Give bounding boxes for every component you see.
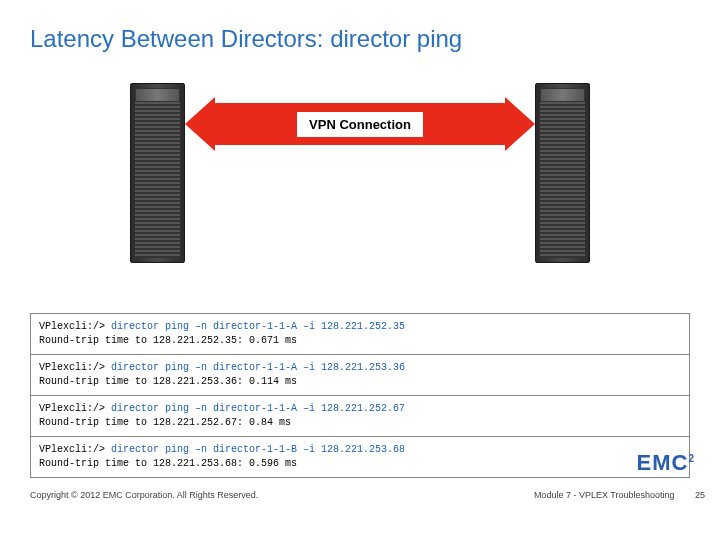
diagram-area: VPN Connection [70,83,650,303]
cli-prompt: VPlexcli:/> [39,321,105,332]
module-text: Module 7 - VPLEX Troubleshooting [534,490,675,500]
cli-command: director ping –n director-1-1-A –i 128.2… [111,362,405,373]
cli-prompt: VPlexcli:/> [39,362,105,373]
footer-line: Copyright © 2012 EMC Corporation. All Ri… [30,490,705,500]
cli-row: VPlexcli:/> director ping –n director-1-… [31,314,689,355]
cli-result: Round-trip time to 128.221.252.35: 0.671… [39,335,297,346]
rack-left-icon [130,83,185,263]
cli-command: director ping –n director-1-1-B –i 128.2… [111,444,405,455]
copyright-text: Copyright © 2012 EMC Corporation. All Ri… [30,490,258,500]
cli-row: VPlexcli:/> director ping –n director-1-… [31,355,689,396]
rack-right-icon [535,83,590,263]
arrow-body: VPN Connection [209,103,511,145]
vpn-label: VPN Connection [297,112,423,137]
cli-row: VPlexcli:/> director ping –n director-1-… [31,396,689,437]
cli-output-box: VPlexcli:/> director ping –n director-1-… [30,313,690,478]
footer: EMC2 Copyright © 2012 EMC Corporation. A… [30,468,705,528]
emc-logo: EMC2 [637,450,695,476]
vpn-arrow-icon: VPN Connection [185,103,535,145]
cli-result: Round-trip time to 128.221.253.36: 0.114… [39,376,297,387]
cli-command: director ping –n director-1-1-A –i 128.2… [111,403,405,414]
cli-result: Round-trip time to 128.221.252.67: 0.84 … [39,417,291,428]
page-title: Latency Between Directors: director ping [30,25,690,53]
logo-text: EMC [637,450,689,475]
cli-prompt: VPlexcli:/> [39,403,105,414]
logo-sup: 2 [688,453,695,464]
arrow-right-icon [505,97,535,151]
cli-prompt: VPlexcli:/> [39,444,105,455]
page-number: 25 [695,490,705,500]
cli-command: director ping –n director-1-1-A –i 128.2… [111,321,405,332]
